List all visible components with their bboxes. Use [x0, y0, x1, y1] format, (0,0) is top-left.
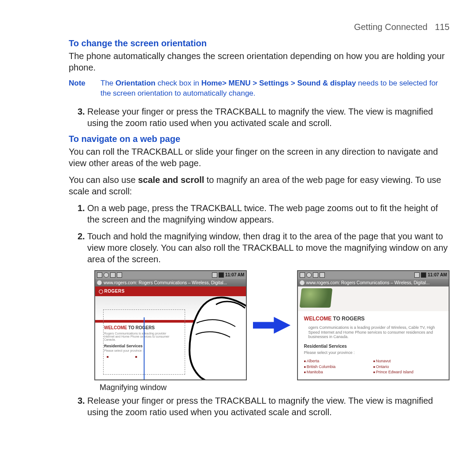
status-icon: [313, 272, 318, 278]
mini-page: WELCOME TO ROGERS ogers Communications i…: [298, 286, 449, 379]
note-body: The Orientation check box in Home> MENU …: [100, 78, 450, 99]
step-text: Touch and hold the magnifying window, th…: [87, 231, 448, 264]
right-body: WELCOME TO ROGERS ogers Communications i…: [298, 311, 449, 375]
status-icon: [306, 272, 312, 278]
figure-block: 11:07 AM www.rogers.com: Rogers Communic…: [94, 270, 450, 392]
step-text: On a web page, press the TRACKBALL twice…: [87, 203, 438, 224]
note-label: Note: [69, 78, 100, 99]
step-text: Release your finger or press the TRACKBA…: [87, 396, 433, 417]
section-title: Getting Connected: [354, 22, 428, 32]
arrow-icon: [253, 316, 290, 334]
status-icon: [117, 272, 122, 278]
heading-navigate: To navigate on a web page: [69, 134, 450, 144]
thumb-icon: [170, 295, 247, 380]
step-text: Release your finger or press the TRACKBA…: [87, 107, 433, 128]
url-bar: www.rogers.com: Rogers Communications – …: [95, 279, 246, 286]
manual-page: Getting Connected 115 To change the scre…: [0, 0, 476, 441]
right-desc: ogers Communications is a leading provid…: [304, 325, 443, 339]
step-number: 2.: [78, 231, 85, 242]
step-list-main: 1. On a web page, press the TRACKBALL tw…: [26, 202, 450, 265]
globe-icon: [300, 280, 305, 285]
step-list-bottom: 3. Release your finger or press the TRAC…: [26, 395, 450, 418]
banner-photo: [299, 288, 332, 308]
status-bar: 11:07 AM: [95, 271, 246, 279]
province-col-right: Nunavut Ontario Prince Edward Island: [373, 358, 443, 375]
url-bar: www.rogers.com: Rogers Communications – …: [298, 279, 449, 286]
page-header: Getting Connected 115: [26, 22, 450, 32]
figure-row: 11:07 AM www.rogers.com: Rogers Communic…: [94, 270, 450, 380]
battery-icon: [421, 272, 426, 278]
status-icon: [320, 272, 325, 278]
province-col-left: Alberta British Columbia Manitoba: [304, 358, 373, 375]
welcome-heading: WELCOME TO ROGERS: [304, 316, 443, 322]
callout-line: [144, 317, 145, 380]
status-right-icons: 11:07 AM: [414, 272, 447, 278]
paragraph-navigate-1: You can roll the TRACKBALL or slide your…: [69, 146, 450, 169]
step-number: 3.: [78, 395, 85, 406]
paragraph-orientation: The phone automatically changes the scre…: [69, 50, 450, 73]
list-item: 2. Touch and hold the magnifying window,…: [87, 231, 450, 265]
status-left-icons: [97, 272, 122, 278]
globe-icon: [97, 280, 102, 285]
status-bar: 11:07 AM: [298, 271, 449, 279]
signal-icon: [414, 272, 420, 278]
url-text: www.rogers.com: Rogers Communications – …: [104, 280, 227, 285]
page-number: 115: [435, 22, 450, 32]
paragraph-navigate-2: You can also use scale and scroll to mag…: [69, 174, 450, 197]
battery-icon: [219, 272, 224, 278]
list-item: 3. Release your finger or press the TRAC…: [87, 106, 450, 129]
right-subhead: Residential Services: [304, 344, 443, 349]
url-text: www.rogers.com: Rogers Communications – …: [306, 280, 430, 285]
step-number: 1.: [78, 202, 85, 214]
list-item: 1. On a web page, press the TRACKBALL tw…: [87, 202, 450, 225]
right-select-prov: Please select your province :: [304, 350, 443, 355]
svg-marker-0: [253, 317, 290, 334]
status-icon: [110, 272, 115, 278]
heading-orientation: To change the screen orientation: [69, 38, 450, 48]
status-icon: [300, 272, 305, 278]
screenshot-right: 11:07 AM www.rogers.com: Rogers Communic…: [297, 270, 450, 380]
status-icon: [97, 272, 102, 278]
signal-icon: [212, 272, 217, 278]
status-icon: [104, 272, 109, 278]
status-right-icons: 11:07 AM: [212, 272, 245, 278]
list-item: 3. Release your finger or press the TRAC…: [87, 395, 450, 418]
right-banner: [298, 286, 449, 311]
arrow-between: [253, 316, 290, 334]
status-left-icons: [300, 272, 325, 278]
step-number: 3.: [78, 106, 85, 117]
mini-page: ◯ ROGERS WELCOME TO ROGERS Rogers Commun…: [95, 286, 246, 379]
screenshot-left: 11:07 AM www.rogers.com: Rogers Communic…: [94, 270, 247, 380]
note-block: Note The Orientation check box in Home> …: [69, 78, 450, 99]
status-time: 11:07 AM: [428, 272, 447, 277]
thumb-illustration: [170, 295, 247, 380]
province-columns: Alberta British Columbia Manitoba Nunavu…: [304, 358, 443, 375]
figure-caption: Magnifying window: [100, 383, 450, 392]
status-time: 11:07 AM: [225, 272, 245, 277]
step-list-top: 3. Release your finger or press the TRAC…: [26, 106, 450, 129]
